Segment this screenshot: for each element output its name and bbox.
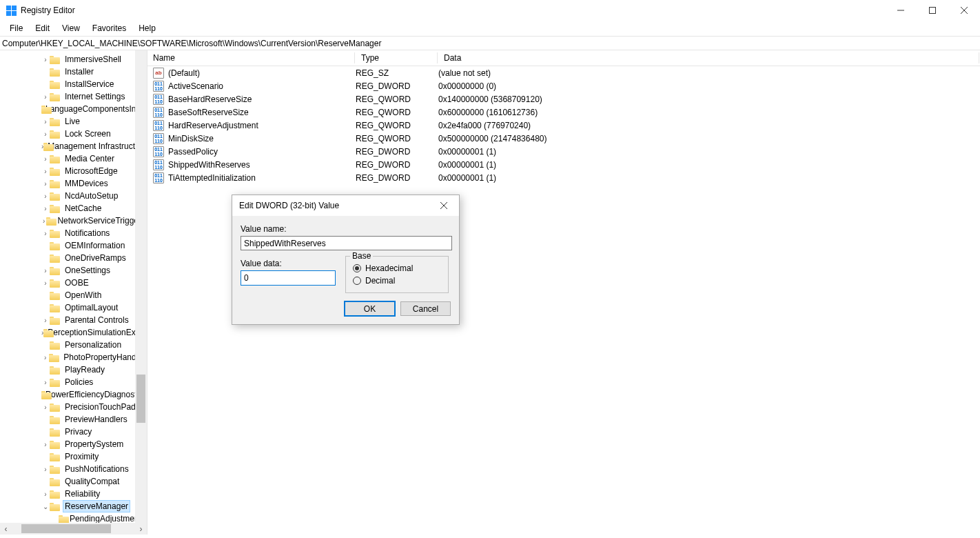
chevron-right-icon[interactable]: ›: [41, 404, 50, 411]
tree-item[interactable]: ›ImmersiveShell: [0, 53, 147, 66]
tree-item[interactable]: ›Parental Controls: [0, 314, 147, 326]
minimize-button[interactable]: [885, 0, 917, 21]
list-row[interactable]: 011110TiAttemptedInitializationREG_DWORD…: [147, 171, 980, 184]
tree-item-label: ImmersiveShell: [63, 54, 123, 65]
chevron-right-icon[interactable]: ›: [41, 130, 50, 138]
chevron-right-icon[interactable]: ›: [41, 490, 50, 498]
column-type[interactable]: Type: [356, 50, 438, 66]
tree-item[interactable]: OptimalLayout: [0, 301, 147, 314]
tree-item[interactable]: ›NcdAutoSetup: [0, 190, 147, 202]
chevron-right-icon[interactable]: ›: [41, 155, 50, 163]
chevron-right-icon[interactable]: ›: [41, 118, 50, 126]
tree-item[interactable]: ›Policies: [0, 376, 147, 388]
radio-hexadecimal[interactable]: Hexadecimal: [353, 263, 441, 273]
tree-item-label: PhotoPropertyHandler: [62, 352, 147, 363]
tree-item[interactable]: PendingAdjustments: [0, 512, 147, 524]
tree-item[interactable]: ›PhotoPropertyHandler: [0, 351, 147, 363]
scroll-track[interactable]: [12, 523, 135, 535]
tree-item[interactable]: Privacy: [0, 426, 147, 438]
dialog-close-button[interactable]: [428, 195, 459, 216]
chevron-right-icon[interactable]: ›: [41, 279, 50, 287]
menu-view[interactable]: View: [57, 22, 85, 34]
chevron-right-icon[interactable]: ›: [41, 354, 49, 361]
scrollbar-thumb[interactable]: [136, 375, 145, 423]
chevron-right-icon[interactable]: ›: [41, 192, 50, 200]
tree-item[interactable]: ›MicrosoftEdge: [0, 165, 147, 177]
tree-item[interactable]: OEMInformation: [0, 239, 147, 252]
ok-button[interactable]: OK: [345, 301, 395, 316]
maximize-button[interactable]: [917, 0, 948, 21]
chevron-right-icon[interactable]: ›: [41, 230, 50, 237]
dialog-titlebar[interactable]: Edit DWORD (32-bit) Value: [232, 195, 459, 216]
tree-item[interactable]: ›PushNotifications: [0, 463, 147, 475]
tree-item[interactable]: ›NetCache: [0, 202, 147, 215]
chevron-right-icon[interactable]: ›: [41, 93, 50, 101]
tree-item[interactable]: ⌄ReserveManager: [0, 500, 147, 512]
tree-item[interactable]: ›Media Center: [0, 152, 147, 165]
tree-item[interactable]: ›OneSettings: [0, 264, 147, 277]
tree-item[interactable]: ›Live: [0, 115, 147, 128]
tree-item[interactable]: InstallService: [0, 78, 147, 90]
close-button[interactable]: [948, 0, 980, 21]
tree-item[interactable]: Personalization: [0, 339, 147, 351]
tree-vertical-scrollbar[interactable]: [135, 50, 147, 523]
chevron-right-icon[interactable]: ›: [41, 180, 50, 188]
value-name: TiAttemptedInitialization: [168, 173, 356, 183]
list-row[interactable]: 011110BaseHardReserveSizeREG_QWORD0x1400…: [147, 92, 980, 106]
chevron-right-icon[interactable]: ›: [41, 217, 46, 225]
menu-favorites[interactable]: Favorites: [87, 22, 132, 34]
chevron-right-icon[interactable]: ›: [41, 317, 50, 324]
scrollbar-thumb[interactable]: [21, 524, 111, 533]
column-data[interactable]: Data: [438, 50, 980, 66]
chevron-down-icon[interactable]: ⌄: [41, 503, 50, 510]
list-row[interactable]: 011110PassedPolicyREG_DWORD0x00000001 (1…: [147, 145, 980, 158]
cancel-button[interactable]: Cancel: [400, 301, 451, 316]
tree-item[interactable]: ›PrecisionTouchPad: [0, 401, 147, 413]
list-row[interactable]: 011110MinDiskSizeREG_QWORD0x500000000 (2…: [147, 132, 980, 145]
tree-item[interactable]: PlayReady: [0, 363, 147, 376]
tree-item[interactable]: ›Management Infrastructure: [0, 140, 147, 152]
chevron-right-icon[interactable]: ›: [41, 205, 50, 212]
list-row[interactable]: ab(Default)REG_SZ(value not set): [147, 66, 980, 79]
tree-item[interactable]: PowerEfficiencyDiagnostics: [0, 388, 147, 401]
tree-item[interactable]: LanguageComponentsInstaller: [0, 103, 147, 115]
tree-item[interactable]: OpenWith: [0, 289, 147, 301]
tree-item[interactable]: Proximity: [0, 450, 147, 463]
chevron-right-icon[interactable]: ›: [41, 168, 50, 175]
tree-item[interactable]: QualityCompat: [0, 475, 147, 488]
tree-item[interactable]: ›OOBE: [0, 277, 147, 289]
list-row[interactable]: 011110HardReserveAdjustmentREG_QWORD0x2e…: [147, 119, 980, 132]
value-data-input[interactable]: [241, 270, 336, 286]
scroll-left-arrow[interactable]: ‹: [0, 523, 12, 535]
tree-item[interactable]: ›NetworkServiceTriggers: [0, 215, 147, 227]
chevron-right-icon[interactable]: ›: [41, 466, 50, 473]
list-row[interactable]: 011110ShippedWithReservesREG_DWORD0x0000…: [147, 158, 980, 171]
chevron-right-icon[interactable]: ›: [41, 441, 50, 448]
scroll-right-arrow[interactable]: ›: [135, 523, 147, 535]
radio-decimal[interactable]: Decimal: [353, 276, 441, 286]
addressbar[interactable]: Computer\HKEY_LOCAL_MACHINE\SOFTWARE\Mic…: [0, 36, 980, 50]
tree-item[interactable]: ›PerceptionSimulationExtensions: [0, 326, 147, 339]
tree-item[interactable]: ›Reliability: [0, 488, 147, 500]
menu-file[interactable]: File: [4, 22, 28, 34]
chevron-right-icon[interactable]: ›: [41, 56, 50, 63]
column-name[interactable]: Name: [147, 50, 356, 66]
tree-item[interactable]: ›Notifications: [0, 227, 147, 239]
value-name-input[interactable]: [241, 236, 452, 250]
chevron-right-icon[interactable]: ›: [41, 379, 50, 386]
registry-tree[interactable]: ›ImmersiveShellInstallerInstallService›I…: [0, 50, 147, 524]
menu-edit[interactable]: Edit: [30, 22, 55, 34]
tree-item[interactable]: PreviewHandlers: [0, 413, 147, 426]
tree-item[interactable]: ›MMDevices: [0, 177, 147, 190]
menu-help[interactable]: Help: [133, 22, 161, 34]
chevron-right-icon[interactable]: ›: [41, 267, 50, 275]
tree-item[interactable]: ›Lock Screen: [0, 128, 147, 140]
tree-item[interactable]: ›Internet Settings: [0, 90, 147, 103]
list-row[interactable]: 011110ActiveScenarioREG_DWORD0x00000000 …: [147, 79, 980, 92]
tree-horizontal-scrollbar[interactable]: ‹ ›: [0, 523, 147, 535]
tree-item[interactable]: Installer: [0, 66, 147, 78]
folder-icon: [50, 415, 61, 424]
tree-item[interactable]: OneDriveRamps: [0, 252, 147, 264]
list-row[interactable]: 011110BaseSoftReserveSizeREG_QWORD0x6000…: [147, 106, 980, 119]
tree-item[interactable]: ›PropertySystem: [0, 438, 147, 450]
